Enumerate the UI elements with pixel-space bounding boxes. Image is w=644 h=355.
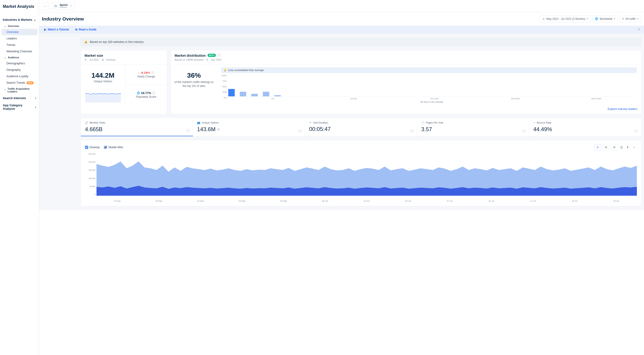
new-badge: NEW	[26, 81, 34, 84]
breadcrumb[interactable]: ◳ Sports Industry ✎	[51, 2, 75, 10]
chevron-up-icon: ⌃	[4, 89, 6, 92]
sidebar-item-trends[interactable]: Trends	[0, 42, 39, 48]
close-icon[interactable]: ✕	[638, 28, 640, 31]
app-title: Market Analysis	[0, 0, 39, 16]
dist-bar	[228, 89, 235, 96]
sparkline-chart	[85, 91, 121, 103]
info-icon[interactable]: i	[218, 54, 221, 57]
chevron-down-icon: ⌄	[4, 25, 6, 28]
notice-banner: 🔔 Based on top 100 websites in this indu…	[80, 38, 641, 46]
arrow-down-icon: ↓	[138, 71, 140, 75]
explore-leaders-link[interactable]: Explore industry leaders	[608, 107, 637, 111]
metric-monthly-visits[interactable]: 📈Monthly Visits4.665Bi	[81, 118, 193, 136]
unique-visitors-label: Unique Visitors	[94, 80, 112, 83]
desktop-checkbox[interactable]: Desktop	[85, 146, 100, 149]
desktop-icon: 🖥	[101, 58, 104, 61]
sidebar-sub-traffic-leaders[interactable]: ⌃ Traffic Acquisition Leaders	[0, 86, 39, 94]
devices-icon: ⧉	[622, 17, 624, 20]
clock-icon: ⏱	[309, 121, 312, 124]
metric-visit-duration[interactable]: ⏱Visit Duration00:05:47i	[305, 118, 417, 136]
chevron-down-icon: ⌄	[34, 18, 36, 22]
info-icon[interactable]: i	[410, 129, 414, 133]
sidebar-section-app-category[interactable]: App Category Analysis ›	[0, 102, 39, 112]
info-icon[interactable]: i	[151, 71, 154, 74]
distribution-text: of the market's traffic belongs to the t…	[174, 80, 214, 88]
sidebar-item-search-trends[interactable]: Search Trends NEW	[0, 80, 39, 86]
lightbulb-icon: 💡	[224, 69, 227, 72]
metrics-row: 📈Monthly Visits4.665Bi👥Unique Visitors14…	[80, 118, 641, 136]
mobile-checkbox[interactable]: Mobile Web	[104, 146, 123, 149]
card-title: Market distribution	[174, 54, 206, 57]
main-content: ← ◳ Sports Industry ✎ Industry Overview …	[39, 0, 644, 355]
region-picker[interactable]: 🌐 Worldwide ▾	[592, 16, 618, 22]
download-icon[interactable]: ⬇	[625, 145, 630, 149]
chevron-right-icon: ›	[35, 105, 36, 109]
info-icon[interactable]: i	[298, 129, 302, 133]
book-icon: ⧉	[75, 28, 78, 31]
sidebar-sub-overview[interactable]: ⌄ Overview	[0, 23, 39, 29]
sidebar-item-overview[interactable]: Overview	[2, 29, 38, 35]
help-bar: ▶ Watch a Tutorial ⧉ Read a Guide ✕	[39, 26, 644, 34]
metric-unique-visitors[interactable]: 👥Unique Visitors143.6M🖥i	[193, 118, 305, 136]
analytics-icon: ◳	[53, 4, 58, 8]
globe-icon: 🌐	[137, 92, 140, 95]
metric-pages-per-visit[interactable]: 📄Pages Per Visit3.57i	[417, 118, 529, 136]
distribution-bar-chart: Traffic share 100%75%50%25%0% 1%1%-5%5%-…	[221, 75, 637, 102]
add-icon[interactable]: ＋	[632, 145, 637, 149]
dist-bar	[263, 92, 269, 96]
sidebar-sub-audience[interactable]: ⌄ Audience	[0, 55, 39, 60]
breadcrumb-subtitle: Industry	[60, 6, 68, 9]
bounce-icon: ↗	[533, 121, 535, 124]
metric-bounce-rate[interactable]: ↗Bounce Rate44.49%i	[529, 118, 641, 136]
date-range-picker[interactable]: 🗓 May 2022 - Jul 2022 (3 Months) ▾	[540, 16, 590, 22]
beta-badge: BETA	[208, 54, 216, 57]
header-row: Industry Overview 🗓 May 2022 - Jul 2022 …	[39, 12, 644, 26]
popularity-value: 🌐 18.77% i	[137, 91, 155, 95]
sidebar-item-leaders[interactable]: Leaders	[0, 35, 39, 42]
popularity-label: Popularity Score	[136, 95, 156, 98]
sidebar-item-audience-loyalty[interactable]: Audience Loyalty	[0, 73, 39, 80]
sidebar-item-marketing-channels[interactable]: Marketing Channels	[0, 48, 39, 55]
traffic-picker[interactable]: ⧉ All traffic ▾	[620, 16, 641, 22]
yearly-change-value: ↓ -9.18% i	[138, 71, 154, 75]
sidebar-item-demographics[interactable]: Demographics	[0, 60, 39, 67]
edit-icon[interactable]: ✎	[70, 5, 73, 8]
info-icon[interactable]: i	[186, 129, 190, 132]
watch-tutorial-link[interactable]: ▶ Watch a Tutorial	[44, 28, 69, 31]
sidebar-section-search-interests[interactable]: Search Interests ›	[0, 94, 39, 102]
yearly-change-label: Yearly Change	[137, 75, 155, 78]
page-title: Industry Overview	[42, 16, 84, 22]
dist-bar	[251, 94, 258, 96]
back-button[interactable]: ←	[42, 3, 49, 10]
calendar-icon: 🗓	[542, 18, 545, 20]
sidebar-item-geography[interactable]: Geography	[0, 67, 39, 73]
card-title: Market size	[84, 54, 163, 57]
market-distribution-card: Market distribution BETA i Based on 1000…	[171, 50, 641, 114]
chart-icon: 📈	[85, 121, 88, 124]
info-icon[interactable]: i	[152, 91, 155, 95]
export-excel-icon[interactable]: ⊞	[619, 145, 624, 149]
granularity-month-button[interactable]: M	[611, 144, 618, 151]
chevron-down-icon: ⌄	[4, 56, 6, 59]
granularity-day-button[interactable]: D	[594, 144, 601, 151]
dist-bar	[240, 92, 246, 96]
granularity-week-button[interactable]: W	[602, 144, 610, 151]
info-icon[interactable]: i	[522, 129, 526, 133]
area-chart: 250.0M200.0M150.0M100.0M50.0M0	[96, 153, 637, 199]
market-size-card: Market size 🗓 Jul 2022 🖥 Desktop 144.2M …	[80, 50, 167, 114]
traffic-chart-card: Desktop Mobile Web D W M ⊞ ⬇ ＋ 250.0M200…	[80, 140, 641, 206]
distribution-percent: 36%	[174, 72, 214, 79]
distribution-note: 💡 Less consolidated than average	[221, 67, 637, 73]
info-icon[interactable]: i	[634, 129, 638, 133]
calendar-icon: 🗓	[206, 58, 208, 61]
sidebar-section-label: Industries & Markets	[3, 18, 32, 22]
topbar: ← ◳ Sports Industry ✎	[39, 0, 644, 12]
sidebar: Market Analysis Industries & Markets ⌄ ⌄…	[0, 0, 39, 355]
calendar-icon: 🗓	[84, 58, 87, 61]
chevron-down-icon: ▾	[587, 17, 588, 20]
dist-bar	[274, 95, 281, 96]
read-guide-link[interactable]: ⧉ Read a Guide	[75, 28, 96, 31]
sidebar-section-industries[interactable]: Industries & Markets ⌄	[0, 16, 39, 23]
chevron-right-icon: ›	[35, 96, 36, 100]
bell-icon: 🔔	[84, 40, 88, 43]
